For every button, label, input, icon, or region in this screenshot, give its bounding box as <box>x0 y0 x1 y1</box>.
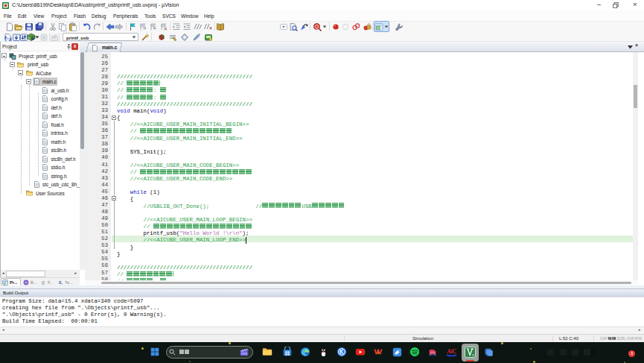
svg-text:LOAD: LOAD <box>51 34 58 37</box>
svg-text:s: s <box>472 352 474 356</box>
svg-text:AiC: AiC <box>446 348 456 355</box>
svg-text:Q: Q <box>314 24 319 30</box>
